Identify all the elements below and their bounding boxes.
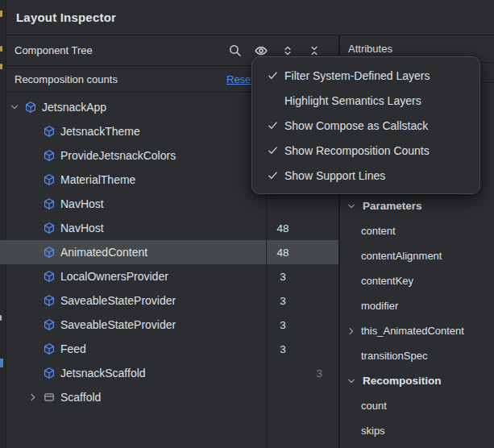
recomposition-count: 3: [266, 343, 300, 355]
orange-stripe-mark[interactable]: [0, 46, 2, 52]
property-label: skips: [361, 425, 385, 437]
compose-node-icon: [24, 101, 37, 114]
property-label: modifier: [361, 300, 398, 312]
menu-item-label: Filter System-Defined Layers: [284, 69, 430, 82]
twisty-spacer: [27, 149, 39, 162]
reset-counts-link[interactable]: Reset: [226, 73, 254, 85]
compose-node-icon: [43, 367, 56, 380]
tree-node-label: Feed: [60, 342, 266, 355]
tree-row-LocalOwnersProvider[interactable]: LocalOwnersProvider3: [6, 264, 338, 288]
menu-item-label: Show Support Lines: [284, 169, 385, 182]
property-label: contentAlignment: [361, 250, 442, 262]
attr-section-Parameters[interactable]: Parameters: [340, 193, 494, 218]
tree-node-label: LocalOwnersProvider: [60, 270, 266, 283]
compose-node-icon: [43, 318, 56, 331]
recomposition-count: 3: [266, 295, 300, 307]
menu-item-filter-system-defined-layers[interactable]: Filter System-Defined Layers: [252, 63, 479, 88]
twisty-spacer: [27, 367, 39, 380]
tree-node-label: Scaffold: [60, 391, 266, 404]
check-icon: [267, 144, 284, 157]
compose-node-icon: [43, 270, 56, 283]
attr-property-contentKey[interactable]: contentKey: [340, 268, 494, 293]
property-label: this_AnimatedContent: [361, 325, 464, 337]
tree-row-AnimatedContent[interactable]: AnimatedContent48: [6, 240, 338, 264]
attr-property-transitionSpec[interactable]: transitionSpec: [340, 343, 494, 368]
attr-property-content[interactable]: content: [340, 218, 494, 243]
tree-node-label: MaterialTheme: [60, 173, 266, 186]
chevron-right-icon[interactable]: [27, 391, 39, 404]
section-label: Parameters: [363, 200, 422, 212]
twisty-spacer: [27, 294, 39, 307]
recomposition-skips: 3: [300, 367, 322, 380]
tree-row-JetsnackScaffold[interactable]: JetsnackScaffold3: [6, 361, 338, 385]
tree-node-label: ProvideJetsnackColors: [60, 149, 266, 162]
twisty-spacer: [27, 125, 39, 138]
chevron-down-icon[interactable]: [347, 201, 356, 211]
compose-node-icon: [43, 294, 56, 307]
tree-node-label: NavHost: [60, 197, 266, 210]
tree-node-label: NavHost: [60, 222, 266, 234]
recomposition-count: 48: [266, 247, 300, 259]
recomposition-count: 3: [266, 271, 300, 283]
tree-node-label: SaveableStateProvider: [60, 318, 266, 331]
property-label: contentKey: [361, 275, 413, 287]
compose-node-icon: [43, 125, 56, 138]
search-icon[interactable]: [225, 41, 244, 60]
check-spacer: [267, 94, 284, 107]
menu-item-label: Show Recomposition Counts: [284, 144, 430, 157]
compose-node-icon: [43, 149, 56, 162]
tree-node-label: AnimatedContent: [60, 246, 266, 259]
check-icon: [267, 169, 284, 182]
gray-stripe-mark[interactable]: [0, 315, 2, 321]
attr-property-skips[interactable]: skips: [340, 418, 494, 443]
orange-stripe-mark[interactable]: [0, 64, 2, 69]
menu-item-label: Show Compose as Callstack: [284, 119, 428, 132]
twisty-spacer: [27, 270, 39, 283]
twisty-spacer: [27, 173, 39, 186]
orange-stripe-mark[interactable]: [0, 10, 2, 17]
view-options-menu: Filter System-Defined LayersHighlight Se…: [251, 56, 480, 194]
tree-row-NavHost[interactable]: NavHost48: [6, 216, 338, 240]
attr-property-this_AnimatedContent[interactable]: this_AnimatedContent: [340, 318, 494, 343]
tree-row-NavHost[interactable]: NavHost: [6, 192, 338, 216]
recomposition-counts-label: Recomposition counts: [15, 73, 118, 85]
compose-node-icon: [43, 222, 56, 234]
menu-item-show-support-lines[interactable]: Show Support Lines: [252, 163, 479, 188]
recomposition-count: 48: [266, 222, 300, 234]
chevron-down-icon[interactable]: [8, 101, 21, 114]
property-label: content: [361, 225, 396, 237]
compose-node-icon: [43, 246, 56, 259]
tree-node-label: JetsnackApp: [42, 101, 266, 114]
menu-item-show-compose-as-callstack[interactable]: Show Compose as Callstack: [252, 113, 479, 138]
layout-node-icon: [43, 391, 56, 404]
attr-property-count[interactable]: count: [340, 393, 494, 418]
attr-property-contentAlignment[interactable]: contentAlignment: [340, 243, 494, 268]
property-label: count: [361, 400, 387, 412]
menu-item-label: Highlight Semantics Layers: [284, 94, 421, 107]
chevron-down-icon[interactable]: [347, 376, 356, 386]
check-icon: [267, 69, 284, 82]
chevron-right-icon[interactable]: [347, 326, 356, 336]
component-tree-title: Component Tree: [15, 44, 93, 56]
panel-titlebar: Layout Inspector: [6, 0, 494, 35]
tree-node-label: SaveableStateProvider: [60, 294, 266, 307]
blue-stripe-mark[interactable]: [0, 359, 3, 367]
section-label: Recomposition: [363, 375, 442, 387]
tree-row-SaveableStateProvider[interactable]: SaveableStateProvider3: [6, 288, 338, 313]
twisty-spacer: [27, 246, 39, 259]
tree-row-SaveableStateProvider[interactable]: SaveableStateProvider3: [6, 313, 338, 337]
tree-node-label: JetsnackScaffold: [60, 367, 266, 380]
compose-node-icon: [43, 342, 56, 355]
attr-property-modifier[interactable]: modifier: [340, 293, 494, 318]
compose-node-icon: [43, 173, 56, 186]
tree-row-Scaffold[interactable]: Scaffold: [6, 385, 338, 409]
menu-item-highlight-semantics-layers[interactable]: Highlight Semantics Layers: [252, 88, 479, 113]
check-icon: [267, 119, 284, 132]
tree-row-Feed[interactable]: Feed3: [6, 337, 338, 361]
attr-section-Recomposition[interactable]: Recomposition: [340, 368, 494, 393]
compose-node-icon: [43, 197, 56, 210]
panel-title: Layout Inspector: [16, 10, 116, 24]
twisty-spacer: [27, 197, 39, 210]
property-label: transitionSpec: [361, 350, 427, 362]
menu-item-show-recomposition-counts[interactable]: Show Recomposition Counts: [252, 138, 479, 163]
